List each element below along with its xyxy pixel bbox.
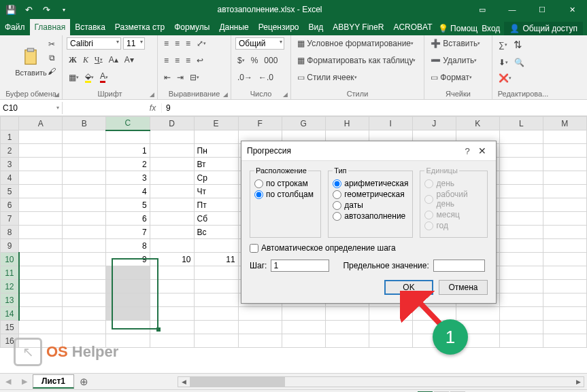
cell[interactable]: Вт xyxy=(194,158,238,171)
cell[interactable] xyxy=(106,293,150,307)
comma-icon[interactable]: 000 xyxy=(262,54,280,67)
row-header[interactable]: 8 xyxy=(1,226,19,239)
number-format-combo[interactable]: Общий xyxy=(235,37,284,50)
increase-decimal-icon[interactable]: .0→ xyxy=(235,71,254,84)
ok-button[interactable]: OK xyxy=(384,280,433,295)
orientation-icon[interactable]: ⤢ xyxy=(195,37,208,50)
sheet-tab[interactable]: Лист1 xyxy=(33,374,74,389)
align-center-icon[interactable]: ≡ xyxy=(173,54,182,67)
cell-active[interactable]: 9 xyxy=(106,253,150,266)
step-input[interactable] xyxy=(271,260,329,272)
cancel-button[interactable]: Отмена xyxy=(439,280,488,295)
cell[interactable]: 10 xyxy=(150,253,194,266)
col-header[interactable]: J xyxy=(412,117,456,130)
type-geometric-radio[interactable]: геометрическая xyxy=(333,190,408,199)
row-header[interactable]: 1 xyxy=(1,130,19,144)
scroll-thumb[interactable] xyxy=(190,377,285,387)
type-autofill-radio[interactable]: автозаполнение xyxy=(333,211,408,221)
format-painter-icon[interactable]: 🖌 xyxy=(46,65,58,77)
undo-icon[interactable]: ↶ xyxy=(20,1,37,18)
cell[interactable]: 11 xyxy=(194,253,238,266)
col-header[interactable]: F xyxy=(238,117,282,130)
tab-file[interactable]: Файл xyxy=(0,19,30,35)
row-header[interactable]: 13 xyxy=(1,293,19,307)
tab-acrobat[interactable]: ACROBAT xyxy=(388,19,437,35)
tab-formulas[interactable]: Формулы xyxy=(169,19,214,35)
delete-cells-button[interactable]: ➖ Удалить xyxy=(429,54,479,67)
bold-button[interactable]: Ж xyxy=(67,54,79,67)
merge-icon[interactable]: ⊟ xyxy=(188,71,201,84)
row-header[interactable]: 4 xyxy=(1,171,19,185)
format-as-table-button[interactable]: ▦ Форматировать как таблицу xyxy=(295,54,418,67)
col-header[interactable]: L xyxy=(499,117,543,130)
cell[interactable]: Сб xyxy=(194,212,238,226)
row-header[interactable]: 5 xyxy=(1,185,19,198)
sheet-nav-next-icon[interactable]: ▶ xyxy=(16,377,33,386)
currency-icon[interactable]: $ xyxy=(235,54,247,67)
row-header[interactable]: 10 xyxy=(1,253,19,266)
align-right-icon[interactable]: ≡ xyxy=(184,54,192,67)
row-header[interactable]: 12 xyxy=(1,280,19,293)
decrease-decimal-icon[interactable]: ←.0 xyxy=(256,71,275,84)
tab-insert[interactable]: Вставка xyxy=(70,19,110,35)
login[interactable]: Вход xyxy=(482,24,500,33)
align-middle-icon[interactable]: ≡ xyxy=(173,37,182,50)
row-header[interactable]: 11 xyxy=(1,266,19,280)
dialog-launcher-icon[interactable]: ◢ xyxy=(150,91,154,98)
cell[interactable]: 7 xyxy=(106,226,150,239)
fill-color-icon[interactable]: ⬙ xyxy=(83,70,96,84)
cell[interactable]: Ср xyxy=(194,171,238,185)
col-header[interactable]: H xyxy=(325,117,369,130)
cell[interactable]: 3 xyxy=(106,171,150,185)
col-header[interactable]: K xyxy=(456,117,499,130)
cell[interactable]: Пн xyxy=(194,144,238,158)
col-header[interactable]: E xyxy=(194,117,238,130)
col-header[interactable]: B xyxy=(63,117,106,130)
qat-customize-icon[interactable]: ▾ xyxy=(56,1,72,18)
find-icon[interactable]: 🔍 xyxy=(512,56,526,69)
row-header[interactable]: 7 xyxy=(1,212,19,226)
col-header[interactable]: C xyxy=(106,117,150,130)
row-header[interactable]: 6 xyxy=(1,198,19,212)
scroll-right-icon[interactable]: ▶ xyxy=(573,378,584,385)
dialog-launcher-icon[interactable]: ◢ xyxy=(54,91,59,98)
percent-icon[interactable]: % xyxy=(249,54,261,67)
cut-icon[interactable]: ✂ xyxy=(46,38,58,50)
increase-indent-icon[interactable]: ⇥ xyxy=(175,71,186,84)
cell[interactable]: 8 xyxy=(106,239,150,253)
sheet-nav-prev-icon[interactable]: ◀ xyxy=(0,377,16,386)
row-header[interactable]: 2 xyxy=(1,144,19,158)
cell[interactable]: 4 xyxy=(106,185,150,198)
tab-review[interactable]: Рецензиро xyxy=(254,19,304,35)
wrap-text-icon[interactable]: ↩ xyxy=(195,54,205,67)
col-header[interactable]: D xyxy=(150,117,194,130)
tab-view[interactable]: Вид xyxy=(304,19,329,35)
col-header[interactable]: G xyxy=(282,117,325,130)
cell[interactable]: 6 xyxy=(106,212,150,226)
conditional-formatting-button[interactable]: ▦ Условное форматирование xyxy=(295,37,416,50)
name-box[interactable]: C10 xyxy=(0,102,63,114)
close-icon[interactable]: ✕ xyxy=(557,0,587,19)
fx-icon[interactable]: fx xyxy=(144,103,162,113)
cell-styles-button[interactable]: ▭ Стили ячеек xyxy=(295,71,359,84)
save-icon[interactable]: 💾 xyxy=(3,1,19,18)
shrink-font-icon[interactable]: A▾ xyxy=(122,54,136,66)
type-dates-radio[interactable]: даты xyxy=(333,200,408,210)
grow-font-icon[interactable]: A▴ xyxy=(107,54,120,66)
dialog-close-icon[interactable]: ✕ xyxy=(474,145,490,156)
cell[interactable]: Пт xyxy=(194,198,238,212)
maximize-icon[interactable]: ☐ xyxy=(527,0,557,19)
dialog-help-icon[interactable]: ? xyxy=(460,146,474,156)
autosum-icon[interactable]: ∑ xyxy=(497,39,509,51)
italic-button[interactable]: К xyxy=(81,54,90,67)
col-header[interactable]: M xyxy=(543,117,586,130)
ribbon-options-icon[interactable]: ▭ xyxy=(467,0,497,19)
tell-me[interactable]: 💡Помощ xyxy=(438,24,477,33)
align-bottom-icon[interactable]: ≡ xyxy=(184,37,192,50)
add-sheet-icon[interactable]: ⊕ xyxy=(74,376,94,388)
layout-cols-radio[interactable]: по столбцам xyxy=(254,190,316,199)
align-left-icon[interactable]: ≡ xyxy=(162,54,171,67)
dialog-launcher-icon[interactable]: ◢ xyxy=(223,91,228,98)
horizontal-scrollbar[interactable]: ◀ ▶ xyxy=(178,376,584,387)
dialog-launcher-icon[interactable]: ◢ xyxy=(283,91,288,98)
